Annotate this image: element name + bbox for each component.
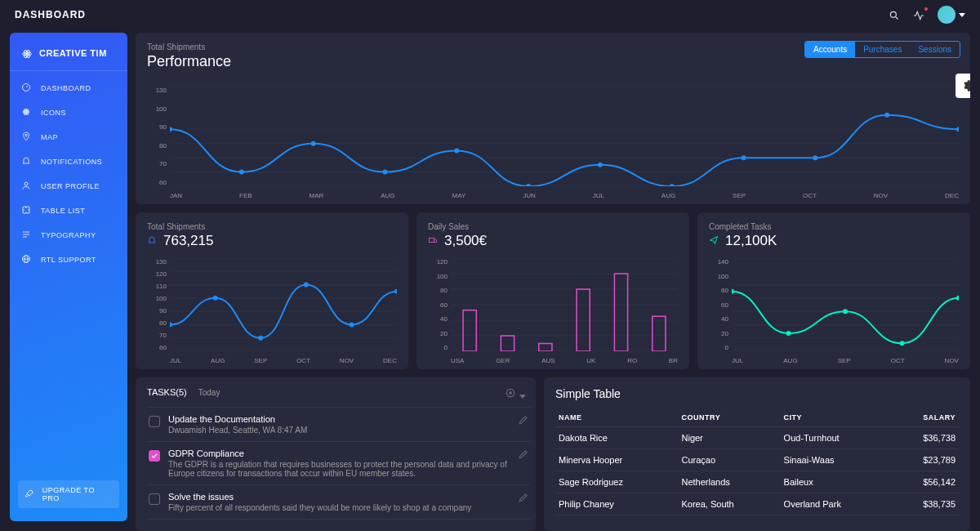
stat-card-1: Daily Sales 3,500€ 120100806040200 USAGE…	[416, 212, 689, 369]
gauge-icon	[21, 83, 33, 94]
svg-point-8	[25, 111, 27, 113]
stat-value: 12,100K	[709, 233, 959, 249]
table-row: Minerva HooperCuraçaoSinaai-Waas$23,789	[555, 449, 959, 471]
task-checkbox[interactable]	[149, 493, 160, 505]
task-checkbox[interactable]	[149, 416, 160, 427]
upgrade-label: UPGRADE TO PRO	[42, 486, 113, 502]
svg-point-51	[349, 322, 354, 327]
sidebar-item-label: ICONS	[41, 109, 66, 117]
svg-point-27	[170, 127, 172, 132]
bell-icon	[147, 235, 158, 247]
tasks-card: TASKS(5) Today Update the DocumentationD…	[136, 377, 536, 531]
stat-card-2: Completed Tasks 12,100K 140100806040200 …	[697, 212, 970, 369]
edit-icon[interactable]	[518, 448, 529, 478]
performance-toggle-group: AccountsPurchasesSessions	[804, 41, 960, 58]
table-title: Simple Table	[555, 387, 959, 400]
svg-point-29	[311, 141, 316, 146]
svg-point-37	[884, 113, 889, 118]
table-header: COUNTRY	[679, 408, 781, 427]
task-row: GDPR ComplianceThe GDPR is a regulation …	[147, 442, 531, 485]
svg-point-0	[890, 11, 896, 17]
svg-point-77	[900, 341, 905, 346]
sidebar-brand[interactable]: CREATIVE TIM	[10, 41, 127, 71]
sidebar: CREATIVE TIM DASHBOARDICONSMAPNOTIFICATI…	[10, 33, 127, 521]
task-sub: The GDPR is a regulation that requires b…	[168, 460, 510, 478]
pin-icon	[21, 132, 33, 143]
sidebar-item-icons[interactable]: ICONS	[10, 100, 127, 125]
sidebar-item-label: DASHBOARD	[41, 84, 91, 92]
sidebar-item-map[interactable]: MAP	[10, 125, 127, 149]
stat-subtitle: Completed Tasks	[709, 222, 959, 231]
svg-line-7	[26, 86, 28, 87]
edit-icon[interactable]	[518, 414, 529, 435]
activity-icon[interactable]	[913, 9, 924, 20]
task-title: Solve the issues	[168, 492, 510, 502]
tasks-header: TASKS(5)	[147, 387, 187, 397]
svg-point-80	[510, 392, 511, 394]
performance-card: Total Shipments Performance AccountsPurc…	[136, 33, 970, 204]
svg-point-49	[258, 336, 263, 341]
stat-subtitle: Total Shipments	[147, 222, 397, 231]
settings-fab[interactable]	[956, 74, 970, 98]
delivery-icon	[428, 235, 439, 247]
toggle-purchases[interactable]: Purchases	[855, 42, 910, 57]
puzzle-icon	[21, 205, 33, 216]
toggle-sessions[interactable]: Sessions	[910, 42, 960, 57]
svg-point-74	[732, 289, 734, 294]
chevron-down-icon	[959, 13, 965, 17]
table-header: CITY	[781, 408, 892, 427]
svg-point-12	[25, 134, 28, 136]
table-header: NAME	[555, 408, 679, 427]
avatar	[938, 6, 956, 24]
svg-point-31	[454, 148, 459, 153]
table-row: Sage RodriguezNetherlandsBaileux$56,142	[555, 471, 959, 493]
svg-point-28	[239, 170, 244, 175]
toggle-accounts[interactable]: Accounts	[805, 42, 855, 57]
svg-point-47	[170, 322, 172, 327]
svg-point-32	[526, 184, 531, 186]
svg-point-35	[742, 155, 746, 160]
svg-point-52	[394, 289, 397, 294]
sidebar-item-label: RTL SUPPORT	[41, 256, 96, 264]
svg-point-36	[813, 155, 817, 160]
svg-point-34	[670, 184, 675, 186]
stat-subtitle: Daily Sales	[428, 222, 678, 231]
sidebar-item-rtl-support[interactable]: RTL SUPPORT	[10, 248, 127, 272]
stat-card-0: Total Shipments 763,215 1301201101009080…	[136, 212, 408, 369]
sidebar-item-label: TABLE LIST	[41, 207, 85, 215]
globe-icon	[21, 254, 33, 266]
upgrade-button[interactable]: UPGRADE TO PRO	[18, 480, 119, 508]
svg-point-2	[26, 53, 28, 55]
atom-icon	[21, 47, 33, 59]
table-row: Dakota RiceNigerOud-Turnhout$36,738	[555, 427, 959, 449]
rocket-icon	[24, 489, 36, 500]
task-title: GDPR Compliance	[168, 448, 510, 458]
task-row: Update the DocumentationDwuamish Head, S…	[147, 408, 531, 442]
sidebar-item-typography[interactable]: TYPOGRAPHY	[10, 223, 127, 248]
svg-rect-65	[614, 274, 627, 351]
task-checkbox[interactable]	[149, 450, 160, 462]
edit-icon[interactable]	[518, 492, 529, 512]
svg-rect-63	[539, 344, 552, 352]
sidebar-item-table-list[interactable]: TABLE LIST	[10, 199, 127, 223]
user-icon	[21, 181, 33, 192]
svg-point-33	[598, 163, 603, 167]
sidebar-item-user-profile[interactable]: USER PROFILE	[10, 174, 127, 199]
svg-point-78	[956, 296, 959, 301]
search-icon[interactable]	[889, 9, 900, 20]
sidebar-item-notifications[interactable]: NOTIFICATIONS	[10, 149, 127, 174]
avatar-menu[interactable]	[938, 6, 965, 24]
svg-point-50	[304, 283, 309, 288]
svg-point-75	[786, 331, 791, 336]
simple-table: NAMECOUNTRYCITYSALARY Dakota RiceNigerOu…	[555, 408, 959, 515]
tasks-subheader: Today	[198, 388, 220, 397]
task-sub: Fifty percent of all respondents said th…	[168, 503, 510, 512]
svg-line-1	[896, 17, 898, 20]
send-icon	[709, 235, 720, 247]
sidebar-item-dashboard[interactable]: DASHBOARD	[10, 76, 127, 100]
tasks-menu-button[interactable]	[505, 387, 526, 401]
stat-value: 3,500€	[428, 233, 678, 249]
topbar: DASHBOARD	[0, 0, 980, 29]
align-icon	[21, 230, 33, 241]
simple-table-card: Simple Table NAMECOUNTRYCITYSALARY Dakot…	[544, 377, 970, 531]
